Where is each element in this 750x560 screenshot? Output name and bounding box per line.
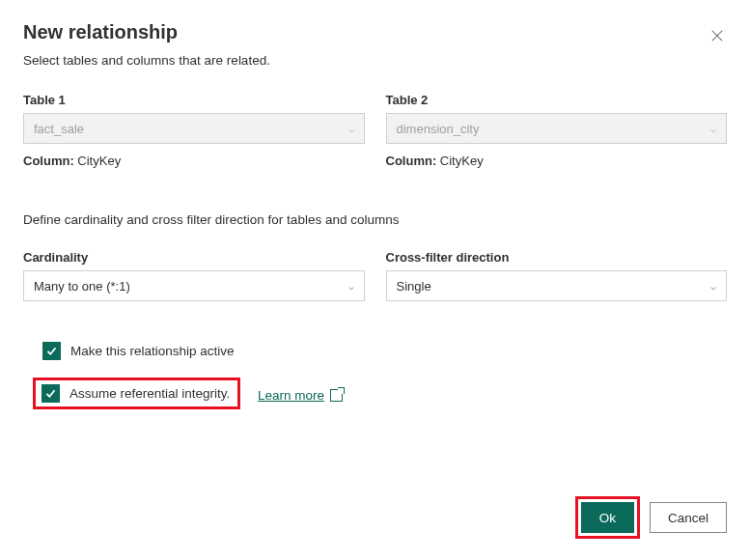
chevron-down-icon: ⌵ bbox=[710, 281, 716, 292]
table2-label: Table 2 bbox=[386, 93, 728, 107]
external-link-icon bbox=[330, 389, 343, 402]
cardinality-dropdown[interactable]: Many to one (*:1) ⌵ bbox=[23, 270, 365, 301]
crossfilter-value: Single bbox=[397, 279, 431, 294]
table1-dropdown[interactable]: fact_sale ⌵ bbox=[23, 113, 365, 144]
dialog-subtitle: Select tables and columns that are relat… bbox=[23, 53, 727, 68]
chevron-down-icon: ⌵ bbox=[710, 124, 716, 134]
ok-button[interactable]: Ok bbox=[581, 502, 634, 533]
learn-more-link[interactable]: Learn more bbox=[258, 388, 343, 403]
checkbox-referential-row: Assume referential integrity. bbox=[33, 378, 240, 409]
check-icon bbox=[44, 387, 57, 400]
table1-value: fact_sale bbox=[34, 122, 84, 136]
table2-dropdown[interactable]: dimension_city ⌵ bbox=[386, 113, 728, 144]
close-icon[interactable] bbox=[708, 26, 727, 45]
cancel-button[interactable]: Cancel bbox=[650, 502, 727, 533]
define-text: Define cardinality and cross filter dire… bbox=[23, 212, 727, 227]
cardinality-label: Cardinality bbox=[23, 250, 365, 265]
checkbox-make-active-label: Make this relationship active bbox=[70, 344, 235, 358]
checkbox-make-active[interactable] bbox=[42, 342, 61, 360]
check-icon bbox=[45, 345, 58, 357]
learn-more-label: Learn more bbox=[258, 388, 324, 403]
dialog-title: New relationship bbox=[23, 21, 178, 43]
checkbox-make-active-row: Make this relationship active bbox=[37, 338, 727, 364]
table2-column: Column: CityKey bbox=[386, 154, 728, 168]
ok-highlight: Ok bbox=[575, 496, 640, 539]
table1-label: Table 1 bbox=[23, 93, 365, 107]
chevron-down-icon: ⌵ bbox=[348, 124, 354, 134]
checkbox-referential[interactable] bbox=[42, 384, 60, 403]
chevron-down-icon: ⌵ bbox=[348, 281, 354, 292]
cardinality-value: Many to one (*:1) bbox=[34, 279, 130, 294]
crossfilter-label: Cross-filter direction bbox=[386, 250, 728, 265]
table1-column: Column: CityKey bbox=[23, 154, 365, 168]
table2-value: dimension_city bbox=[397, 122, 480, 136]
crossfilter-dropdown[interactable]: Single ⌵ bbox=[386, 270, 728, 301]
checkbox-referential-label: Assume referential integrity. bbox=[69, 386, 230, 401]
